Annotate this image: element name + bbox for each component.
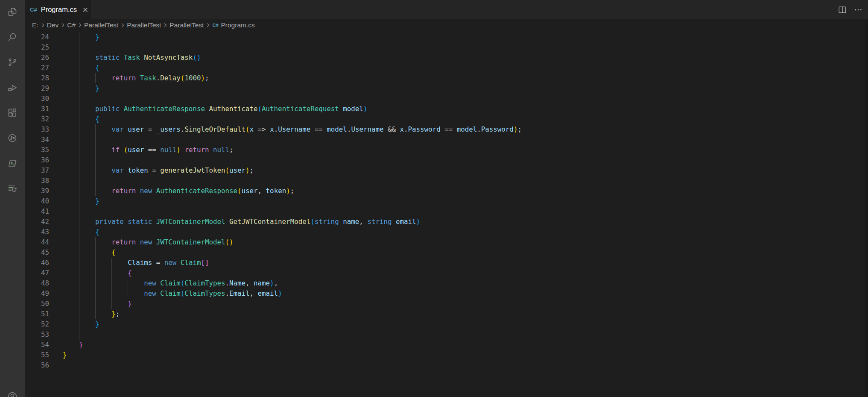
list-refresh-icon[interactable] <box>7 183 18 194</box>
line-number[interactable]: 35 <box>25 145 49 155</box>
code-line[interactable]: 30 <box>25 94 868 104</box>
line-number[interactable]: 48 <box>25 278 49 288</box>
line-content[interactable]: private static JWTContainerModel GetJWTC… <box>63 217 420 227</box>
code-line[interactable]: 36 <box>25 155 868 165</box>
line-number[interactable]: 43 <box>25 227 49 237</box>
line-number[interactable]: 56 <box>25 360 49 371</box>
search-icon[interactable] <box>7 32 18 42</box>
line-number[interactable]: 29 <box>25 83 49 94</box>
line-number[interactable]: 31 <box>25 104 49 114</box>
line-content[interactable]: static Task NotAsyncTask() <box>63 53 201 63</box>
line-number[interactable]: 55 <box>25 350 49 360</box>
line-content[interactable]: new Claim(ClaimTypes.Name, name), <box>63 278 278 288</box>
line-number[interactable]: 39 <box>25 186 49 196</box>
line-number[interactable]: 36 <box>25 155 49 165</box>
line-number[interactable]: 53 <box>25 329 49 340</box>
line-number[interactable]: 44 <box>25 237 49 247</box>
breadcrumb-item[interactable]: ParallelTest <box>84 21 118 29</box>
line-content[interactable]: { <box>63 63 99 73</box>
line-content[interactable]: return new JWTContainerModel() <box>63 237 234 247</box>
editor-scrollbar[interactable] <box>865 19 868 397</box>
code-line[interactable]: 32 { <box>25 114 868 124</box>
line-number[interactable]: 51 <box>25 309 49 319</box>
line-number[interactable]: 27 <box>25 63 49 73</box>
terminal-icon[interactable] <box>7 158 18 168</box>
code-line[interactable]: 40 } <box>25 196 868 206</box>
line-number[interactable]: 38 <box>25 176 49 186</box>
breadcrumb-item[interactable]: ParallelTest <box>170 21 204 29</box>
line-number[interactable]: 25 <box>25 42 49 53</box>
account-icon[interactable] <box>7 391 18 397</box>
code-line[interactable]: 37 var token = generateJwtToken(user); <box>25 165 868 176</box>
line-number[interactable]: 41 <box>25 206 49 217</box>
line-content[interactable]: Claims = new Claim[] <box>63 258 209 268</box>
explorer-icon[interactable] <box>7 7 18 17</box>
code-line[interactable]: 27 { <box>25 63 868 73</box>
line-content[interactable]: var user = _users.SingleOrDefault(x => x… <box>63 124 522 135</box>
code-line[interactable]: 25 <box>25 42 868 53</box>
run-debug-icon[interactable] <box>7 82 18 93</box>
git-graph-icon[interactable] <box>7 133 18 143</box>
line-number[interactable]: 42 <box>25 217 49 227</box>
code-line[interactable]: 55} <box>25 350 868 360</box>
code-line[interactable]: 44 return new JWTContainerModel() <box>25 237 868 247</box>
line-content[interactable]: return Task.Delay(1000); <box>63 73 209 83</box>
line-number[interactable]: 49 <box>25 288 49 299</box>
line-number[interactable]: 24 <box>25 32 49 42</box>
line-content[interactable]: { <box>63 247 116 258</box>
line-number[interactable]: 34 <box>25 135 49 145</box>
code-line[interactable]: 42 private static JWTContainerModel GetJ… <box>25 217 868 227</box>
code-line[interactable]: 24 } <box>25 32 868 42</box>
code-editor[interactable]: 24 }2526 static Task NotAsyncTask()27 {2… <box>25 31 868 397</box>
line-number[interactable]: 40 <box>25 196 49 206</box>
code-line[interactable]: 49 new Claim(ClaimTypes.Email, email) <box>25 288 868 299</box>
line-content[interactable]: } <box>63 299 132 309</box>
line-number[interactable]: 47 <box>25 268 49 278</box>
line-content[interactable]: new Claim(ClaimTypes.Email, email) <box>63 288 282 299</box>
line-number[interactable]: 32 <box>25 114 49 124</box>
line-number[interactable]: 26 <box>25 53 49 63</box>
split-editor-icon[interactable] <box>838 5 847 15</box>
breadcrumb-item[interactable]: C# <box>67 21 76 29</box>
extensions-icon[interactable] <box>7 108 18 118</box>
line-number[interactable]: 28 <box>25 73 49 83</box>
line-content[interactable]: return new AuthenticateResponse(user, to… <box>63 186 294 196</box>
code-line[interactable]: 26 static Task NotAsyncTask() <box>25 53 868 63</box>
code-line[interactable]: 53 <box>25 329 868 340</box>
line-content[interactable]: public AuthenticateResponse Authenticate… <box>63 104 367 114</box>
code-line[interactable]: 47 { <box>25 268 868 278</box>
code-line[interactable]: 56 <box>25 360 868 371</box>
line-content[interactable]: var token = generateJwtToken(user); <box>63 165 254 176</box>
code-line[interactable]: 52 } <box>25 319 868 329</box>
line-content[interactable]: { <box>63 227 99 237</box>
code-line[interactable]: 48 new Claim(ClaimTypes.Name, name), <box>25 278 868 288</box>
code-line[interactable]: 50 } <box>25 299 868 309</box>
line-content[interactable]: } <box>63 32 99 42</box>
breadcrumb-file[interactable]: C#Program.cs <box>212 21 254 29</box>
line-number[interactable]: 37 <box>25 165 49 176</box>
line-content[interactable]: }; <box>63 309 120 319</box>
line-content[interactable]: } <box>63 340 83 350</box>
line-number[interactable]: 45 <box>25 247 49 258</box>
line-content[interactable]: { <box>63 268 132 278</box>
more-actions-icon[interactable] <box>853 5 863 15</box>
code-line[interactable]: 39 return new AuthenticateResponse(user,… <box>25 186 868 196</box>
line-number[interactable]: 54 <box>25 340 49 350</box>
line-number[interactable]: 52 <box>25 319 49 329</box>
code-line[interactable]: 34 <box>25 135 868 145</box>
code-line[interactable]: 45 { <box>25 247 868 258</box>
line-number[interactable]: 50 <box>25 299 49 309</box>
code-line[interactable]: 28 return Task.Delay(1000); <box>25 73 868 83</box>
tab-program-cs[interactable]: C# Program.cs <box>25 0 91 19</box>
line-content[interactable]: } <box>63 319 99 329</box>
code-line[interactable]: 46 Claims = new Claim[] <box>25 258 868 268</box>
line-content[interactable]: } <box>63 350 67 360</box>
breadcrumb-item[interactable]: E: <box>32 21 38 29</box>
code-line[interactable]: 41 <box>25 206 868 217</box>
line-content[interactable]: } <box>63 83 99 94</box>
line-number[interactable]: 30 <box>25 94 49 104</box>
line-content[interactable]: if (user == null) return null; <box>63 145 234 155</box>
line-number[interactable]: 33 <box>25 124 49 135</box>
close-icon[interactable] <box>82 6 89 13</box>
code-line[interactable]: 31 public AuthenticateResponse Authentic… <box>25 104 868 114</box>
